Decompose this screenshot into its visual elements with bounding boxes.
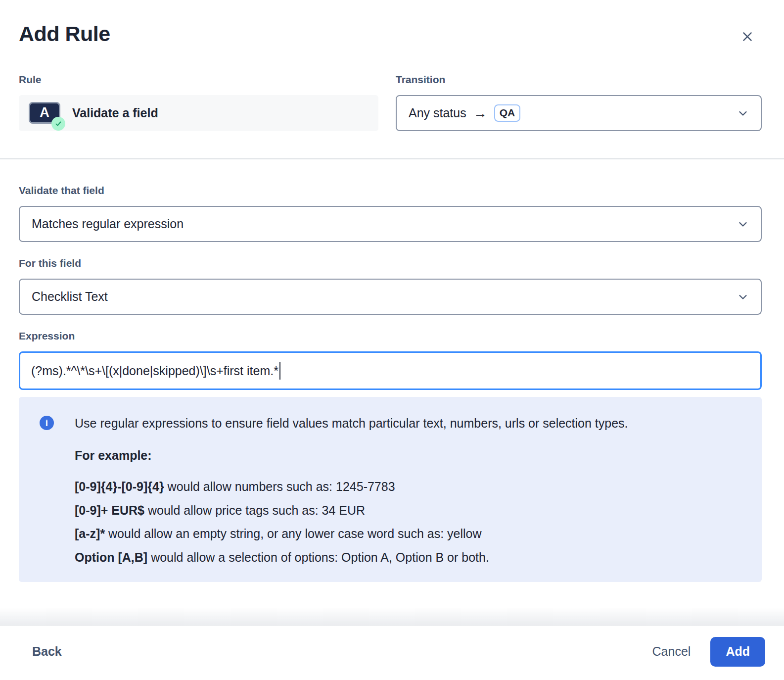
status-badge: QA	[494, 104, 521, 122]
transition-select[interactable]: Any status → QA	[396, 95, 762, 131]
add-rule-modal: Add Rule Rule A	[0, 21, 784, 582]
modal-footer: Back Cancel Add	[0, 626, 784, 680]
chevron-down-icon	[737, 291, 749, 303]
text-caret	[279, 362, 280, 380]
validate-field-icon: A	[29, 102, 60, 125]
validate-that-field-select[interactable]: Matches regular expression	[19, 206, 762, 242]
expression-value: (?ms).*^\*\s+\[(x|done|skipped)\]\s+firs…	[31, 364, 278, 378]
chevron-down-icon	[737, 107, 749, 119]
transition-from: Any status	[409, 106, 466, 120]
transition-label: Transition	[396, 73, 762, 86]
regex-example-row: Option [A,B] would allow a selection of …	[75, 546, 742, 570]
close-icon	[741, 30, 754, 43]
modal-title: Add Rule	[19, 21, 762, 47]
regex-example-description: would allow an empty string, or any lowe…	[105, 527, 481, 540]
cancel-button[interactable]: Cancel	[652, 644, 691, 659]
validate-that-field-value: Matches regular expression	[32, 217, 184, 231]
for-this-field-value: Checklist Text	[32, 290, 108, 304]
footer-scroll-shadow	[0, 607, 784, 626]
check-badge-icon	[51, 117, 65, 131]
regex-help-intro: Use regular expressions to ensure field …	[75, 416, 742, 431]
for-this-field-select[interactable]: Checklist Text	[19, 279, 762, 315]
expression-label: Expression	[19, 330, 762, 342]
regex-example-row: [a-z]* would allow an empty string, or a…	[75, 522, 742, 546]
regex-example-pattern: [0-9]+ EUR$	[75, 503, 144, 517]
field-letter: A	[40, 105, 49, 120]
for-this-field-label: For this field	[19, 257, 762, 270]
rule-card: A Validate a field	[19, 95, 378, 131]
rule-label: Rule	[19, 73, 378, 86]
expression-input[interactable]: (?ms).*^\*\s+\[(x|done|skipped)\]\s+firs…	[19, 351, 762, 390]
rule-name: Validate a field	[72, 106, 158, 120]
info-icon: i	[40, 416, 54, 430]
regex-example-row: [0-9]{4}-[0-9]{4} would allow numbers su…	[75, 475, 742, 499]
add-button[interactable]: Add	[710, 637, 765, 667]
regex-example-description: would allow a selection of options: Opti…	[147, 550, 489, 564]
regex-example-row: [0-9]+ EUR$ would allow price tags such …	[75, 499, 742, 523]
regex-example-pattern: Option [A,B]	[75, 550, 147, 564]
regex-examples-heading: For example:	[75, 448, 742, 463]
arrow-right-icon: →	[473, 105, 487, 121]
rule-column: Rule A Validate a field	[19, 73, 378, 131]
section-divider	[0, 158, 784, 159]
validate-that-field-label: Validate that field	[19, 184, 762, 197]
regex-example-pattern: [a-z]*	[75, 527, 105, 540]
transition-column: Transition Any status → QA	[396, 73, 762, 131]
regex-example-description: would allow numbers such as: 1245-7783	[164, 480, 395, 493]
regex-example-description: would allow price tags such as: 34 EUR	[144, 503, 365, 517]
regex-help-body: Use regular expressions to ensure field …	[75, 416, 742, 569]
back-button[interactable]: Back	[32, 644, 62, 659]
rule-transition-row: Rule A Validate a field	[19, 73, 762, 131]
regex-help-panel: i Use regular expressions to ensure fiel…	[19, 397, 762, 582]
regex-example-pattern: [0-9]{4}-[0-9]{4}	[75, 480, 164, 493]
regex-examples-list: [0-9]{4}-[0-9]{4} would allow numbers su…	[75, 475, 742, 569]
close-button[interactable]	[737, 26, 758, 48]
chevron-down-icon	[737, 218, 749, 230]
